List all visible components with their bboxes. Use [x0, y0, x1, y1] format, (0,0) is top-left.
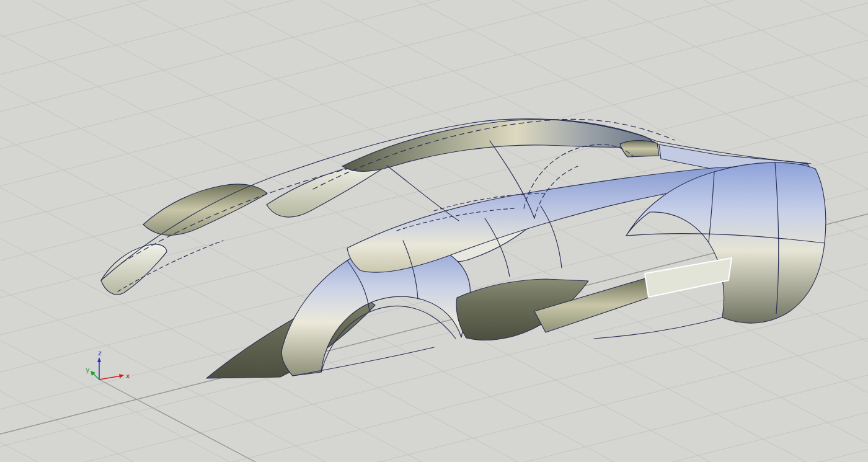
- cad-viewport[interactable]: z y x: [0, 0, 868, 462]
- x-axis-label: x: [126, 372, 130, 380]
- sill-highlight-panel[interactable]: [645, 258, 732, 297]
- z-axis-label: z: [98, 349, 102, 357]
- z-axis-arrowhead: [97, 357, 101, 362]
- far-fender-panel[interactable]: [143, 184, 267, 235]
- y-axis-label: y: [86, 366, 90, 374]
- far-rear-panel[interactable]: [620, 141, 659, 157]
- axis-gizmo: z y x: [86, 349, 130, 380]
- x-axis-arrow: [99, 376, 122, 380]
- car-model: [101, 119, 826, 378]
- far-nose-panel[interactable]: [101, 244, 167, 295]
- viewport-canvas[interactable]: z y x: [0, 0, 868, 462]
- x-axis-arrowhead: [119, 374, 124, 378]
